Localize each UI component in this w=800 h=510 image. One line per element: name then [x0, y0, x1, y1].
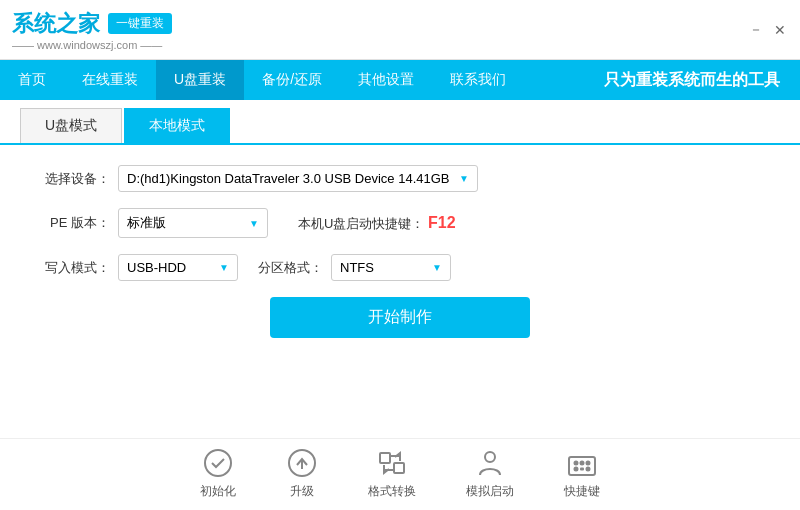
pe-value: 标准版: [127, 214, 166, 232]
nav-online[interactable]: 在线重装: [64, 60, 156, 100]
write-label: 写入模式：: [40, 259, 110, 277]
check-circle-icon: [202, 447, 234, 479]
bottom-icon-upgrade-label: 升级: [290, 483, 314, 500]
partition-arrow-icon: ▼: [432, 262, 442, 273]
device-label: 选择设备：: [40, 170, 110, 188]
shortcut-info: 本机U盘启动快捷键： F12: [298, 214, 456, 233]
svg-rect-4: [394, 463, 404, 473]
svg-point-12: [575, 468, 578, 471]
logo-text: 系统之家: [12, 9, 100, 39]
partition-value: NTFS: [340, 260, 374, 275]
convert-icon: [376, 447, 408, 479]
nav-backup[interactable]: 备份/还原: [244, 60, 340, 100]
bottom-icon-convert-label: 格式转换: [368, 483, 416, 500]
shortcut-key: F12: [428, 214, 456, 231]
svg-point-7: [485, 452, 495, 462]
svg-point-10: [581, 462, 584, 465]
bottom-icons: 初始化 升级 格式转换: [0, 438, 800, 510]
tab-bar: U盘模式 本地模式: [0, 108, 800, 145]
write-arrow-icon: ▼: [219, 262, 229, 273]
svg-point-0: [205, 450, 231, 476]
svg-point-14: [587, 468, 590, 471]
device-value: D:(hd1)Kingston DataTraveler 3.0 USB Dev…: [127, 171, 450, 186]
device-arrow-icon: ▼: [459, 173, 469, 184]
bottom-icon-init-label: 初始化: [200, 483, 236, 500]
svg-rect-8: [569, 457, 595, 475]
shortcut-text: 本机U盘启动快捷键：: [298, 216, 424, 231]
bottom-icon-init[interactable]: 初始化: [200, 447, 236, 500]
bottom-icon-shortcut[interactable]: 快捷键: [564, 447, 600, 500]
partition-select[interactable]: NTFS ▼: [331, 254, 451, 281]
app-logo: 系统之家 一键重装 —— www.windowszj.com ——: [12, 9, 172, 51]
bottom-icon-simulate-label: 模拟启动: [466, 483, 514, 500]
keyboard-icon: [566, 447, 598, 479]
bottom-icon-shortcut-label: 快捷键: [564, 483, 600, 500]
write-row: 写入模式： USB-HDD ▼ 分区格式： NTFS ▼: [40, 254, 760, 281]
tab-udisk-mode[interactable]: U盘模式: [20, 108, 122, 143]
nav-contact[interactable]: 联系我们: [432, 60, 524, 100]
nav-slogan: 只为重装系统而生的工具: [604, 70, 800, 91]
close-button[interactable]: ✕: [772, 22, 788, 38]
device-row: 选择设备： D:(hd1)Kingston DataTraveler 3.0 U…: [40, 165, 760, 192]
pe-label: PE 版本：: [40, 214, 110, 232]
logo-website: —— www.windowszj.com ——: [12, 39, 172, 51]
tab-local-mode[interactable]: 本地模式: [124, 108, 230, 143]
write-select[interactable]: USB-HDD ▼: [118, 254, 238, 281]
window-controls: － ✕: [748, 22, 788, 38]
partition-label: 分区格式：: [258, 259, 323, 277]
nav-udisk[interactable]: U盘重装: [156, 60, 244, 100]
nav-home[interactable]: 首页: [0, 60, 64, 100]
title-bar: 系统之家 一键重装 —— www.windowszj.com —— － ✕: [0, 0, 800, 60]
pe-select[interactable]: 标准版 ▼: [118, 208, 268, 238]
logo-badge: 一键重装: [108, 13, 172, 34]
bottom-icon-convert[interactable]: 格式转换: [368, 447, 416, 500]
nav-bar: 首页 在线重装 U盘重装 备份/还原 其他设置 联系我们 只为重装系统而生的工具: [0, 60, 800, 100]
minimize-button[interactable]: －: [748, 22, 764, 38]
svg-point-11: [587, 462, 590, 465]
write-value: USB-HDD: [127, 260, 186, 275]
start-button[interactable]: 开始制作: [270, 297, 530, 338]
bottom-icon-simulate[interactable]: 模拟启动: [466, 447, 514, 500]
svg-rect-13: [580, 468, 584, 471]
pe-arrow-icon: ▼: [249, 218, 259, 229]
upload-icon: [286, 447, 318, 479]
start-btn-container: 开始制作: [40, 297, 760, 338]
form-area: 选择设备： D:(hd1)Kingston DataTraveler 3.0 U…: [0, 145, 800, 438]
nav-settings[interactable]: 其他设置: [340, 60, 432, 100]
pe-row: PE 版本： 标准版 ▼ 本机U盘启动快捷键： F12: [40, 208, 760, 238]
svg-point-9: [575, 462, 578, 465]
person-icon: [474, 447, 506, 479]
bottom-icon-upgrade[interactable]: 升级: [286, 447, 318, 500]
partition-group: 分区格式： NTFS ▼: [258, 254, 451, 281]
device-select[interactable]: D:(hd1)Kingston DataTraveler 3.0 USB Dev…: [118, 165, 478, 192]
svg-rect-3: [380, 453, 390, 463]
content-area: U盘模式 本地模式 选择设备： D:(hd1)Kingston DataTrav…: [0, 100, 800, 510]
